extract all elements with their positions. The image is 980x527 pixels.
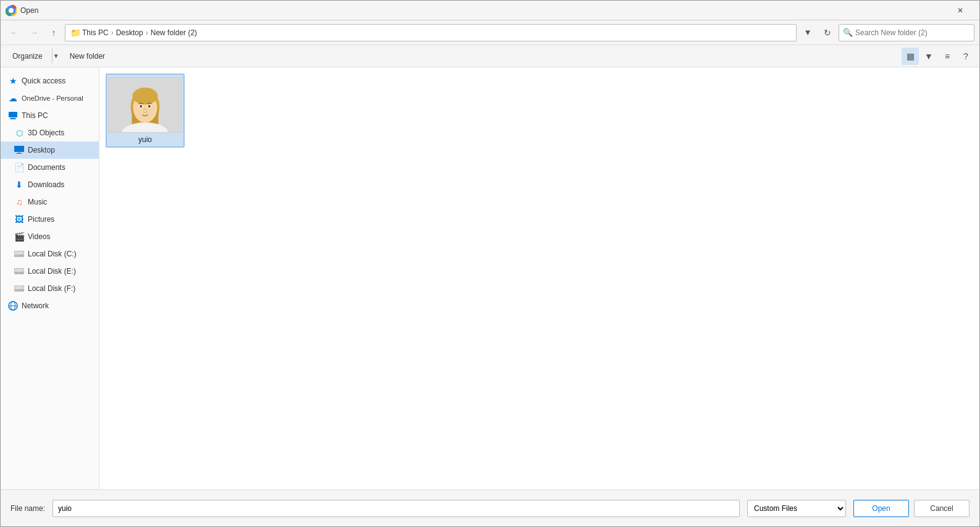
svg-point-28 [132,88,157,104]
downloads-icon: ⬇ [14,180,24,190]
quick-access-icon: ★ [8,76,18,86]
sidebar-item-music[interactable]: ♫ Music [1,193,99,211]
pictures-icon: 🖼 [14,214,24,224]
organize-button[interactable]: Organize [6,48,49,64]
sidebar-item-desktop[interactable]: Desktop [1,141,99,159]
network-icon [8,301,18,311]
file-thumbnail-yuio [108,77,182,133]
sidebar-item-network[interactable]: Network [1,297,99,314]
toolbar: Organize ▼ New folder ▦ ▼ ≡ ? [1,45,979,67]
svg-point-10 [21,255,23,256]
local-disk-f-icon [14,284,24,293]
breadcrumb-dropdown-button[interactable]: ▼ [799,24,816,41]
local-disk-e-icon [14,266,24,276]
breadcrumb-folder-icon: 📁 [70,28,81,38]
organize-dropdown[interactable]: ▼ [52,48,61,64]
search-input[interactable] [855,28,970,37]
action-buttons: Open Cancel [853,500,970,517]
title-bar-controls: ✕ [946,1,974,20]
address-bar: ← → ↑ 📁 This PC › Desktop › New folder (… [1,20,979,45]
sidebar-item-onedrive[interactable]: ☁ OneDrive - Personal [1,90,99,107]
view-details-button[interactable]: ≡ [939,48,956,65]
svg-point-31 [140,105,142,108]
open-dialog: Open ✕ ← → ↑ 📁 This PC › Desktop › New f… [0,0,980,527]
this-pc-icon [8,111,18,120]
file-item-yuio[interactable]: yuio [106,74,185,148]
sidebar-item-pictures[interactable]: 🖼 Pictures [1,211,99,228]
view-controls: ▦ ▼ ≡ ? [902,48,974,65]
file-name-yuio: yuio [109,135,181,144]
search-box: 🔍 [839,24,974,41]
sidebar-item-3d-objects[interactable]: ⬡ 3D Objects [1,124,99,141]
documents-icon: 📄 [14,162,24,172]
bottom-bar: File name: Custom Files Open Cancel [1,489,979,526]
refresh-button[interactable]: ↻ [819,24,836,41]
new-folder-button[interactable]: New folder [63,48,112,64]
view-dropdown-button[interactable]: ▼ [920,48,937,65]
cancel-button[interactable]: Cancel [914,500,970,517]
sidebar-item-local-disk-f[interactable]: Local Disk (F:) [1,280,99,297]
svg-rect-12 [15,269,23,272]
sidebar-item-local-disk-e[interactable]: Local Disk (E:) [1,263,99,280]
svg-point-13 [21,272,23,274]
sidebar-item-documents[interactable]: 📄 Documents [1,159,99,176]
sidebar-item-downloads[interactable]: ⬇ Downloads [1,176,99,193]
dialog-title: Open [20,6,946,15]
svg-point-1 [9,8,14,13]
forward-button[interactable]: → [25,24,43,41]
filetype-select[interactable]: Custom Files [747,500,846,517]
main-area: ★ Quick access ☁ OneDrive - Personal Thi… [1,67,979,489]
app-icon [6,5,17,16]
breadcrumb-new-folder[interactable]: New folder (2) [151,28,197,37]
sidebar-item-videos[interactable]: 🎬 Videos [1,228,99,245]
sidebar-item-this-pc[interactable]: This PC [1,107,99,124]
svg-rect-2 [9,112,17,117]
search-icon: 🔍 [843,28,853,37]
sidebar: ★ Quick access ☁ OneDrive - Personal Thi… [1,67,99,489]
svg-rect-4 [10,119,16,119]
onedrive-icon: ☁ [8,93,18,103]
svg-point-32 [148,105,151,108]
view-large-icons-button[interactable]: ▦ [902,48,919,65]
open-button[interactable]: Open [853,500,909,517]
svg-rect-9 [15,251,23,255]
breadcrumb-desktop[interactable]: Desktop [116,28,143,37]
file-grid: yuio [99,67,979,489]
close-button[interactable]: ✕ [946,1,974,20]
svg-rect-7 [16,153,22,154]
3d-objects-icon: ⬡ [14,128,24,138]
back-button[interactable]: ← [6,24,23,41]
videos-icon: 🎬 [14,232,24,242]
desktop-icon [14,145,24,155]
up-button[interactable]: ↑ [45,24,62,41]
filename-label: File name: [10,504,45,513]
help-button[interactable]: ? [957,48,974,65]
title-bar: Open ✕ [1,1,979,20]
local-disk-c-icon [14,249,24,259]
breadcrumb[interactable]: 📁 This PC › Desktop › New folder (2) [65,24,797,41]
svg-rect-5 [14,146,24,152]
breadcrumb-this-pc[interactable]: This PC [82,28,109,37]
music-icon: ♫ [14,197,24,207]
sidebar-item-quick-access[interactable]: ★ Quick access [1,72,99,90]
filename-input[interactable] [52,500,740,517]
sidebar-item-local-disk-c[interactable]: Local Disk (C:) [1,245,99,263]
svg-rect-15 [15,286,23,289]
svg-point-16 [21,289,23,291]
